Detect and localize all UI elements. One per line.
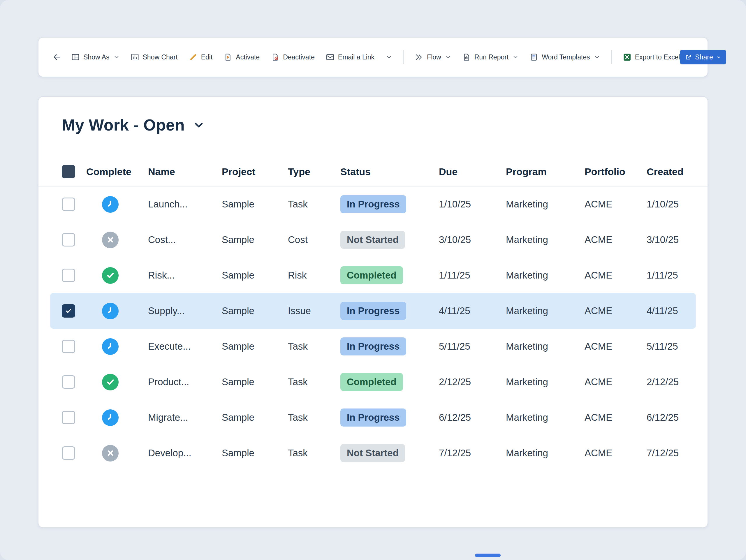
cross-icon[interactable] <box>102 445 119 462</box>
column-header-project[interactable]: Project <box>222 166 288 177</box>
activate-icon <box>224 53 232 61</box>
chevron-down-icon <box>114 54 119 60</box>
row-complete-cell <box>86 445 148 462</box>
row-name[interactable]: Product... <box>148 377 222 387</box>
toolbar-item-show-as[interactable]: Show As <box>71 53 119 61</box>
toolbar-item-show-chart[interactable]: Show Chart <box>131 53 178 61</box>
row-name[interactable]: Risk... <box>148 270 222 281</box>
clock-icon[interactable] <box>102 303 119 319</box>
row-program: Marketing <box>506 270 584 281</box>
table-row[interactable]: Migrate... Sample Task In Progress 6/12/… <box>38 400 708 435</box>
toolbar-item-label: Show As <box>83 53 110 61</box>
toolbar-item-email-a-link[interactable]: Email a Link <box>326 53 374 61</box>
select-all-checkbox[interactable] <box>62 165 75 178</box>
row-name[interactable]: Migrate... <box>148 412 222 423</box>
row-checkbox-cell <box>62 233 86 246</box>
table-row[interactable]: Cost... Sample Cost Not Started 3/10/25 … <box>38 222 708 258</box>
toolbar-item-label: Email a Link <box>338 53 374 61</box>
check-icon[interactable] <box>102 267 119 284</box>
toolbar-items: Show AsShow ChartEditActivateDeactivateE… <box>71 50 680 64</box>
row-due: 1/10/25 <box>439 199 506 210</box>
clock-icon[interactable] <box>102 338 119 355</box>
toolbar-item-export-to-excel[interactable]: Export to Excel <box>623 53 680 61</box>
table-row[interactable]: Product... Sample Task Completed 2/12/25… <box>38 364 708 400</box>
toolbar-item-run-report[interactable]: Run Report <box>462 53 519 61</box>
view-title[interactable]: My Work - Open <box>62 115 185 135</box>
row-created: 6/12/25 <box>647 412 696 423</box>
toolbar-item-label: Export to Excel <box>635 53 680 61</box>
row-status-cell: Completed <box>340 373 439 391</box>
row-checkbox-cell <box>62 411 86 424</box>
email-icon <box>326 53 335 61</box>
row-complete-cell <box>86 267 148 284</box>
row-checkbox[interactable] <box>62 198 75 211</box>
clock-icon[interactable] <box>102 409 119 426</box>
bottom-indicator[interactable] <box>475 554 500 557</box>
toolbar-item-label: Show Chart <box>143 53 178 61</box>
table-row[interactable]: Supply... Sample Issue In Progress 4/11/… <box>50 293 696 329</box>
row-checkbox[interactable] <box>62 375 75 389</box>
row-name[interactable]: Execute... <box>148 341 222 352</box>
toolbar-item-activate[interactable]: Activate <box>224 53 260 61</box>
share-button[interactable]: Share <box>680 50 726 64</box>
row-portfolio: ACME <box>584 412 647 423</box>
row-portfolio: ACME <box>584 234 647 245</box>
row-checkbox[interactable] <box>62 340 75 353</box>
row-checkbox-cell <box>62 375 86 389</box>
row-checkbox[interactable] <box>62 411 75 424</box>
column-header-created[interactable]: Created <box>647 166 696 177</box>
command-bar: Show AsShow ChartEditActivateDeactivateE… <box>38 37 708 77</box>
row-portfolio: ACME <box>584 447 647 459</box>
column-header-status[interactable]: Status <box>340 166 439 177</box>
toolbar-item-word-templates[interactable]: Word Templates <box>529 53 600 61</box>
word-templates-icon <box>529 53 538 61</box>
toolbar-item-edit[interactable]: Edit <box>189 53 213 61</box>
toolbar-divider <box>403 50 404 64</box>
row-name[interactable]: Launch... <box>148 199 222 210</box>
toolbar-item-flow[interactable]: Flow <box>415 53 451 61</box>
table-header: Complete Name Project Type Status Due Pr… <box>38 157 708 186</box>
table-row[interactable]: Launch... Sample Task In Progress 1/10/2… <box>38 186 708 222</box>
row-checkbox[interactable] <box>62 304 75 318</box>
table-row[interactable]: Risk... Sample Risk Completed 1/11/25 Ma… <box>38 258 708 293</box>
column-header-program[interactable]: Program <box>506 166 584 177</box>
row-complete-cell <box>86 196 148 213</box>
row-type: Task <box>288 377 340 387</box>
column-header-type[interactable]: Type <box>288 166 340 177</box>
column-header-complete[interactable]: Complete <box>86 166 148 177</box>
row-name[interactable]: Cost... <box>148 234 222 245</box>
column-header-portfolio[interactable]: Portfolio <box>584 166 647 177</box>
row-checkbox[interactable] <box>62 269 75 282</box>
back-button[interactable] <box>50 50 64 64</box>
chevron-down-icon <box>386 54 392 60</box>
column-header-name[interactable]: Name <box>148 166 222 177</box>
clock-icon[interactable] <box>102 196 119 213</box>
row-type: Task <box>288 199 340 210</box>
row-type: Task <box>288 341 340 352</box>
row-status-cell: In Progress <box>340 302 439 320</box>
deactivate-icon <box>271 53 280 61</box>
toolbar-overflow-button[interactable] <box>385 54 392 60</box>
row-due: 1/11/25 <box>439 270 506 281</box>
row-checkbox-cell <box>62 198 86 211</box>
row-complete-cell <box>86 232 148 248</box>
status-badge: In Progress <box>340 337 406 355</box>
toolbar-item-deactivate[interactable]: Deactivate <box>271 53 315 61</box>
row-program: Marketing <box>506 447 584 459</box>
row-program: Marketing <box>506 377 584 387</box>
row-status-cell: Not Started <box>340 231 439 249</box>
view-selector-chevron-icon[interactable] <box>193 119 205 131</box>
row-checkbox[interactable] <box>62 233 75 246</box>
status-badge: Not Started <box>340 444 405 462</box>
row-name[interactable]: Supply... <box>148 305 222 317</box>
cross-icon[interactable] <box>102 232 119 248</box>
table-row[interactable]: Develop... Sample Task Not Started 7/12/… <box>38 435 708 471</box>
row-checkbox[interactable] <box>62 446 75 460</box>
table-row[interactable]: Execute... Sample Task In Progress 5/11/… <box>38 329 708 364</box>
table-body: Launch... Sample Task In Progress 1/10/2… <box>38 186 708 471</box>
check-icon[interactable] <box>102 374 119 390</box>
row-name[interactable]: Develop... <box>148 447 222 459</box>
flow-icon <box>415 53 423 61</box>
row-project: Sample <box>222 199 288 210</box>
column-header-due[interactable]: Due <box>439 166 506 177</box>
